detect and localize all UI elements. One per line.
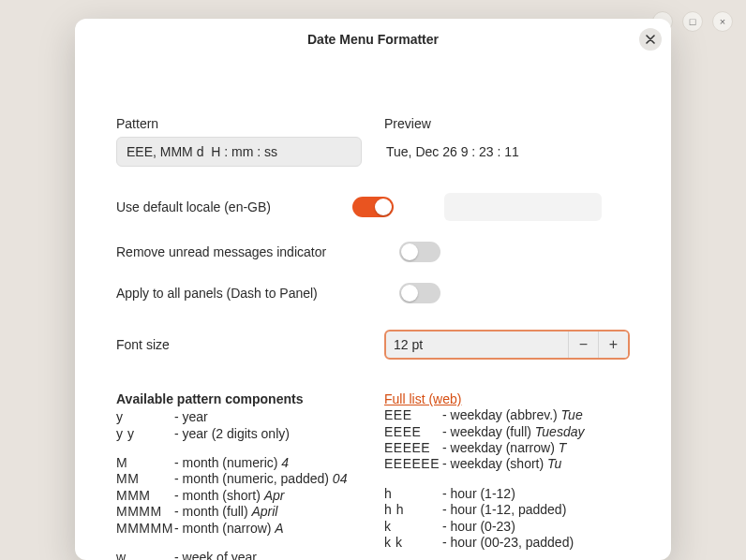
- minus-icon: −: [579, 336, 588, 353]
- apply-all-panels-toggle[interactable]: [399, 283, 440, 303]
- pattern-desc: - weekday (abbrev.): [442, 407, 558, 422]
- preview-value: Tue, Dec 26 9 : 23 : 11: [384, 144, 630, 159]
- pattern-example: April: [251, 504, 277, 519]
- titlebar: Date Menu Formatter: [75, 19, 671, 60]
- pattern-token: y: [116, 409, 174, 425]
- list-gap: [116, 442, 384, 455]
- pattern-desc: - month (full): [174, 504, 248, 519]
- pattern-item: MM- month (numeric, padded) 04: [116, 471, 384, 487]
- pattern-desc: - weekday (short): [442, 456, 544, 471]
- remove-unread-label: Remove unread messages indicator: [116, 244, 384, 259]
- font-size-label: Font size: [116, 337, 384, 352]
- remove-unread-toggle[interactable]: [399, 242, 440, 262]
- pattern-label: Pattern: [116, 116, 362, 131]
- close-icon: [646, 33, 655, 47]
- settings-dialog: Date Menu Formatter Pattern Preview Tue,…: [75, 19, 671, 560]
- pattern-item: y y- year (2 digits only): [116, 426, 384, 442]
- pattern-item: M- month (numeric) 4: [116, 455, 384, 471]
- preview-label: Preview: [384, 116, 630, 131]
- pattern-token: MMMM: [116, 504, 174, 520]
- pattern-desc: - month (short): [174, 488, 261, 503]
- available-components: Available pattern components y- yeary y-…: [116, 391, 630, 560]
- pattern-desc: - month (numeric): [174, 455, 277, 470]
- bg-close-button[interactable]: ×: [712, 11, 733, 32]
- pattern-example: Apr: [264, 488, 285, 503]
- font-size-stepper: − +: [384, 330, 630, 360]
- pattern-example: A: [275, 521, 283, 536]
- dialog-title: Date Menu Formatter: [307, 32, 439, 47]
- pattern-item: MMMM- month (full) April: [116, 504, 384, 520]
- pattern-list-right: EEE- weekday (abbrev.) TueEEEE- weekday …: [384, 407, 630, 560]
- full-list-link[interactable]: Full list (web): [384, 391, 461, 406]
- pattern-item: EEEEE- weekday (narrow) T: [384, 440, 630, 456]
- dialog-content: Pattern Preview Tue, Dec 26 9 : 23 : 11 …: [75, 60, 671, 560]
- plus-icon: +: [609, 336, 618, 353]
- pattern-desc: - month (numeric, padded): [174, 471, 329, 486]
- pattern-example: Tue: [561, 407, 583, 422]
- pattern-token: MM: [116, 471, 174, 487]
- list-gap: [384, 473, 630, 486]
- pattern-item: EEE- weekday (abbrev.) Tue: [384, 407, 630, 423]
- pattern-item: MMMMM- month (narrow) A: [116, 521, 384, 537]
- pattern-token: EEEEEE: [384, 456, 442, 472]
- font-size-increment[interactable]: +: [598, 332, 628, 358]
- pattern-example: T: [559, 440, 567, 455]
- pattern-item: y- year: [116, 409, 384, 425]
- locale-input-disabled: [444, 193, 602, 221]
- pattern-token: MMM: [116, 488, 174, 504]
- pattern-token: EEEEE: [384, 440, 442, 456]
- pattern-token: k k: [384, 535, 442, 551]
- pattern-desc: - hour (1-12, padded): [442, 502, 566, 517]
- pattern-input[interactable]: [116, 137, 362, 167]
- pattern-example: 04: [333, 471, 348, 486]
- pattern-desc: - weekday (narrow): [442, 440, 555, 455]
- pattern-item: k k- hour (00-23, padded): [384, 535, 630, 551]
- use-default-locale-label: Use default locale (en-GB): [116, 199, 330, 214]
- pattern-item: h h- hour (1-12, padded): [384, 502, 630, 518]
- use-default-locale-toggle[interactable]: [352, 197, 394, 217]
- pattern-example: 4: [281, 455, 289, 470]
- pattern-token: w: [116, 550, 174, 560]
- pattern-example: Tuesday: [535, 424, 585, 439]
- list-gap: [116, 537, 384, 550]
- pattern-desc: - hour (0-23): [442, 519, 515, 534]
- pattern-token: EEE: [384, 407, 442, 423]
- pattern-token: k: [384, 519, 442, 535]
- pattern-list-left: y- yeary y- year (2 digits only)M- month…: [116, 409, 384, 560]
- pattern-desc: - weekday (full): [442, 424, 531, 439]
- font-size-input[interactable]: [386, 332, 568, 358]
- pattern-desc: - week of year: [174, 550, 257, 560]
- bg-maximize-button[interactable]: □: [682, 11, 703, 32]
- font-size-decrement[interactable]: −: [568, 332, 598, 358]
- pattern-item: h- hour (1-12): [384, 486, 630, 502]
- pattern-item: MMM- month (short) Apr: [116, 488, 384, 504]
- pattern-desc: - hour (1-12): [442, 486, 515, 501]
- pattern-token: EEEE: [384, 424, 442, 440]
- pattern-token: y y: [116, 426, 174, 442]
- list-gap: [384, 551, 630, 560]
- pattern-token: h: [384, 486, 442, 502]
- pattern-example: Tu: [547, 456, 561, 471]
- available-heading: Available pattern components: [116, 391, 384, 407]
- pattern-token: h h: [384, 502, 442, 518]
- pattern-token: M: [116, 455, 174, 471]
- apply-all-panels-label: Apply to all panels (Dash to Panel): [116, 286, 384, 301]
- pattern-item: w- week of year: [116, 550, 384, 560]
- pattern-desc: - year (2 digits only): [174, 426, 290, 441]
- pattern-item: EEEE- weekday (full) Tuesday: [384, 424, 630, 440]
- pattern-desc: - year: [174, 409, 208, 424]
- pattern-desc: - hour (00-23, padded): [442, 535, 574, 550]
- close-button[interactable]: [639, 28, 662, 51]
- pattern-item: EEEEEE- weekday (short) Tu: [384, 456, 630, 472]
- pattern-item: k- hour (0-23): [384, 519, 630, 535]
- pattern-desc: - month (narrow): [174, 521, 271, 536]
- pattern-token: MMMMM: [116, 521, 174, 537]
